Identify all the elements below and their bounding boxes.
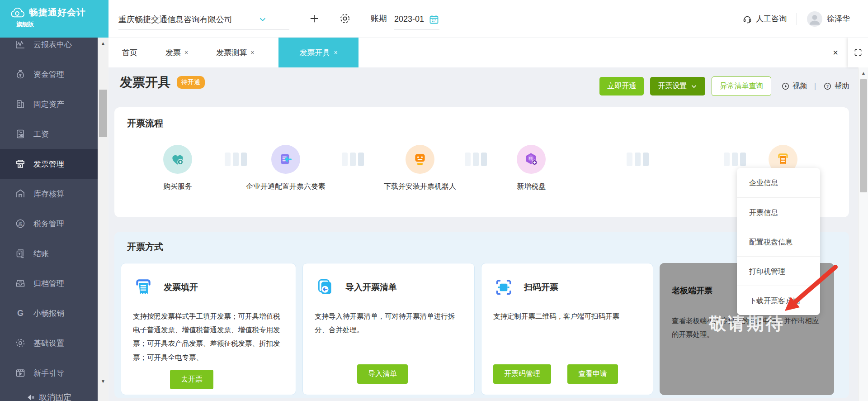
scroll-up-icon[interactable]: ▲ — [98, 38, 108, 48]
sidebar-item-tax[interactable]: 税 税务管理 — [0, 209, 98, 239]
tab-close-icon[interactable]: × — [184, 49, 188, 56]
sidebar-item-label: 新手引导 — [33, 368, 64, 378]
tab-close-icon[interactable]: × — [250, 49, 254, 56]
scan-code-icon — [493, 277, 514, 298]
sidebar-item-label: 工资 — [33, 129, 49, 139]
tab-label: 发票 — [165, 48, 181, 58]
card-import-list: 导入开票清单 支持导入待开票清单，可对待开票清单进行拆分、合并处理。 导入清单 — [302, 263, 475, 395]
scroll-down-icon[interactable]: ▼ — [98, 376, 108, 387]
import-list-icon — [315, 277, 335, 298]
heart-plus-icon — [170, 152, 185, 167]
sidebar-item-onboarding[interactable]: 新手引导 — [0, 358, 98, 388]
menu-item-company-info[interactable]: 企业信息 — [737, 168, 820, 197]
user-icon — [807, 11, 822, 27]
company-name: 重庆畅捷交通信息咨询有限公司 — [118, 14, 232, 25]
avatar[interactable] — [807, 11, 822, 27]
sidebar-item-closing[interactable]: 结账 — [0, 239, 98, 268]
sidebar-item-settings[interactable]: 基础设置 — [0, 328, 98, 358]
scroll-up-icon[interactable]: ▲ — [859, 67, 868, 78]
invoice-code-manage-button[interactable]: 开票码管理 — [493, 364, 551, 384]
tab-invoice-issue[interactable]: 发票开具 × — [278, 38, 358, 67]
sidebar-item-label: 发票管理 — [33, 159, 64, 169]
invoice-settings-label: 开票设置 — [658, 81, 687, 91]
flow-section-title: 开票流程 — [127, 117, 163, 129]
main-scroll-thumb[interactable] — [860, 79, 867, 192]
sidebar-scroll-thumb[interactable] — [99, 90, 107, 137]
cloud-logo-icon — [10, 7, 25, 19]
sidebar-item-inventory[interactable]: 库存核算 — [0, 179, 98, 209]
card-title: 扫码开票 — [524, 282, 558, 293]
flow-separator — [342, 153, 366, 166]
card-title: 发票填开 — [164, 282, 198, 293]
add-company-icon[interactable] — [308, 13, 320, 24]
chevron-down-icon — [258, 14, 268, 24]
archive-box-icon — [15, 278, 26, 289]
tab-close-icon[interactable]: × — [334, 49, 337, 56]
sidebar-item-payroll[interactable]: 工资 — [0, 119, 98, 149]
sidebar-item-fixed-assets[interactable]: 固定资产 — [0, 89, 98, 119]
svg-text:税: 税 — [529, 156, 533, 161]
brand-name: 畅捷通好会计 — [29, 6, 86, 19]
import-list-button[interactable]: 导入清单 — [357, 364, 408, 384]
flow-separator — [465, 153, 489, 166]
card-invoice-fill: 发票填开 支持按照发票样式手工填开发票；可开具增值税电子普通发票、增值税普通发票… — [121, 263, 296, 395]
consult-label: 人工咨询 — [756, 14, 787, 24]
tab-label: 发票测算 — [216, 48, 247, 58]
period-value: 2023-01 — [394, 14, 424, 24]
invoice-settings-button[interactable]: 开票设置 — [650, 77, 705, 95]
human-consult-button[interactable]: 人工咨询 — [742, 14, 787, 24]
card-title: 导入开票清单 — [345, 282, 397, 293]
card-description: 支持导入待开票清单，可对待开票清单进行拆分、合并处理。 — [315, 310, 462, 337]
activate-now-button[interactable]: 立即开通 — [599, 77, 644, 95]
sidebar-item-archive[interactable]: 归档管理 — [0, 268, 98, 298]
menu-item-printer-manage[interactable]: 打印机管理 — [737, 256, 820, 286]
tab-invoice[interactable]: 发票 × — [156, 38, 198, 67]
brand-edition: 旗舰版 — [16, 20, 108, 29]
sidebar-item-funds[interactable]: 资金管理 — [0, 59, 98, 89]
tab-home[interactable]: 首页 — [112, 38, 147, 67]
header-gear-icon[interactable] — [339, 13, 351, 24]
chart-icon — [15, 39, 26, 50]
page-title: 发票开具 — [120, 74, 170, 91]
chevron-down-icon — [690, 83, 698, 90]
menu-item-invoice-info[interactable]: 开票信息 — [737, 197, 820, 227]
sidebar: 云报表中心 资金管理 固定资产 工资 发票管理 库存核算 税 税务管理 结账 — [0, 0, 108, 401]
top-header: 重庆畅捷交通信息咨询有限公司 账期 2023-01 人工咨询 徐泽华 — [108, 0, 868, 38]
sidebar-item-label: 固定资产 — [33, 99, 64, 110]
flow-step-label: 下载并安装开票机器人 — [375, 182, 465, 191]
unpin-icon — [26, 392, 36, 401]
menu-item-tax-disk-config[interactable]: 配置税盘信息 — [737, 227, 820, 256]
flow-step-download-robot: 下载并安装开票机器人 — [375, 145, 465, 191]
video-label: 视频 — [793, 81, 807, 91]
warehouse-icon — [15, 188, 26, 199]
card-title: 老板端开票 — [672, 285, 712, 296]
tab-label: 首页 — [122, 48, 137, 58]
main-content: 发票开具 待开通 立即开通 开票设置 异常清单查询 视频 ｜ ? 帮助 开票流程 — [108, 67, 868, 401]
config-import-icon — [278, 152, 293, 167]
close-all-tabs-icon[interactable]: × — [833, 48, 838, 58]
sidebar-item-expense[interactable]: G 小畅报销 — [0, 298, 98, 328]
sidebar-scrollbar[interactable]: ▲ ▼ — [98, 38, 108, 401]
help-label: 帮助 — [835, 81, 849, 91]
sidebar-nav: 云报表中心 资金管理 固定资产 工资 发票管理 库存核算 税 税务管理 结账 — [0, 29, 98, 388]
unpin-sidebar-button[interactable]: 取消固定 — [0, 387, 98, 401]
ledger-icon — [15, 248, 26, 259]
svg-text:?: ? — [826, 84, 829, 89]
view-applications-button[interactable]: 查看申请 — [567, 364, 618, 384]
invoice-machine-icon — [15, 158, 26, 169]
abnormal-list-button[interactable]: 异常清单查询 — [712, 76, 771, 96]
user-name: 徐泽华 — [827, 14, 850, 24]
svg-text:税: 税 — [19, 222, 23, 226]
menu-item-download-client[interactable]: 下载开票客户端 — [737, 286, 820, 315]
go-invoice-button[interactable]: 去开票 — [170, 370, 213, 389]
main-scrollbar[interactable]: ▲ — [858, 67, 868, 401]
fullscreen-button[interactable] — [848, 38, 868, 67]
sidebar-item-invoice-management[interactable]: 发票管理 — [0, 149, 98, 179]
period-select[interactable]: 2023-01 — [394, 14, 439, 30]
video-link[interactable]: 视频 — [781, 81, 807, 91]
help-link[interactable]: ? 帮助 — [823, 81, 849, 91]
sidebar-item-label: 税务管理 — [33, 219, 64, 229]
company-select[interactable]: 重庆畅捷交通信息咨询有限公司 — [118, 14, 289, 30]
tab-invoice-estimate[interactable]: 发票测算 × — [206, 38, 264, 67]
invoice-fill-icon — [133, 277, 154, 298]
